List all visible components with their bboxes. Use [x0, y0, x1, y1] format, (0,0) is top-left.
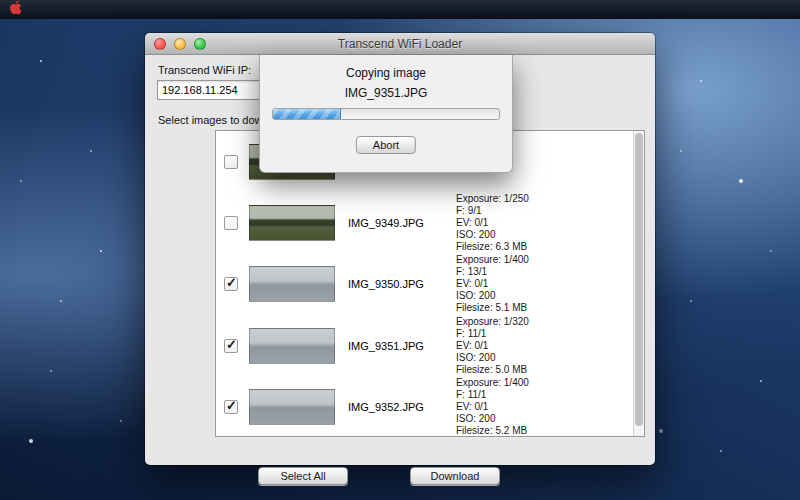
menu-bar	[0, 0, 800, 19]
copy-progress-dialog: Copying image IMG_9351.JPG Abort	[259, 55, 513, 173]
image-checkbox[interactable]	[224, 277, 238, 291]
image-thumbnail	[249, 205, 335, 241]
image-filename: IMG_9352.JPG	[348, 401, 456, 413]
list-item[interactable]: IMG_9352.JPG Exposure: 1/400 F: 11/1 EV:…	[216, 377, 644, 437]
window-controls	[154, 38, 206, 50]
image-checkbox[interactable]	[224, 339, 238, 353]
image-exif-info: Exposure: 1/250 F: 9/1 EV: 0/1 ISO: 200 …	[456, 193, 529, 253]
abort-button[interactable]: Abort	[356, 136, 416, 154]
list-item[interactable]: IMG_9350.JPG Exposure: 1/400 F: 13/1 EV:…	[216, 254, 644, 315]
minimize-button[interactable]	[174, 38, 186, 50]
image-exif-info: Exposure: 1/400 F: 13/1 EV: 0/1 ISO: 200…	[456, 254, 529, 314]
image-thumbnail	[249, 389, 335, 425]
image-checkbox[interactable]	[224, 155, 238, 169]
zoom-button[interactable]	[194, 38, 206, 50]
image-checkbox[interactable]	[224, 400, 238, 414]
image-thumbnail	[249, 266, 335, 302]
image-filename: IMG_9349.JPG	[348, 217, 456, 229]
select-all-button[interactable]: Select All	[258, 467, 348, 485]
image-list: IMG_9348.JPG IMG_9349.JPG Exposure: 1/25…	[215, 130, 645, 437]
image-exif-info: Exposure: 1/320 F: 11/1 EV: 0/1 ISO: 200…	[456, 316, 529, 376]
scrollbar-thumb[interactable]	[635, 133, 643, 426]
dialog-title: Copying image	[260, 66, 512, 80]
list-item[interactable]: IMG_9351.JPG Exposure: 1/320 F: 11/1 EV:…	[216, 315, 644, 376]
list-item[interactable]: IMG_9349.JPG Exposure: 1/250 F: 9/1 EV: …	[216, 192, 644, 253]
title-bar[interactable]: Transcend WiFi Loader	[145, 33, 655, 55]
download-button[interactable]: Download	[410, 467, 500, 485]
image-filename: IMG_9351.JPG	[348, 340, 456, 352]
list-scrollbar[interactable]	[633, 131, 644, 436]
image-exif-info: Exposure: 1/400 F: 11/1 EV: 0/1 ISO: 200…	[456, 377, 529, 437]
apple-menu-icon[interactable]	[10, 0, 23, 19]
image-checkbox[interactable]	[224, 216, 238, 230]
window-title: Transcend WiFi Loader	[338, 37, 462, 51]
copy-progress-bar	[272, 108, 500, 120]
image-filename: IMG_9350.JPG	[348, 278, 456, 290]
ip-field-label: Transcend WiFi IP:	[158, 64, 251, 76]
dialog-copying-filename: IMG_9351.JPG	[260, 86, 512, 100]
close-button[interactable]	[154, 38, 166, 50]
ip-input[interactable]	[157, 80, 263, 100]
app-window: Transcend WiFi Loader Transcend WiFi IP:…	[145, 33, 655, 465]
copy-progress-fill	[273, 109, 341, 119]
image-thumbnail	[249, 328, 335, 364]
